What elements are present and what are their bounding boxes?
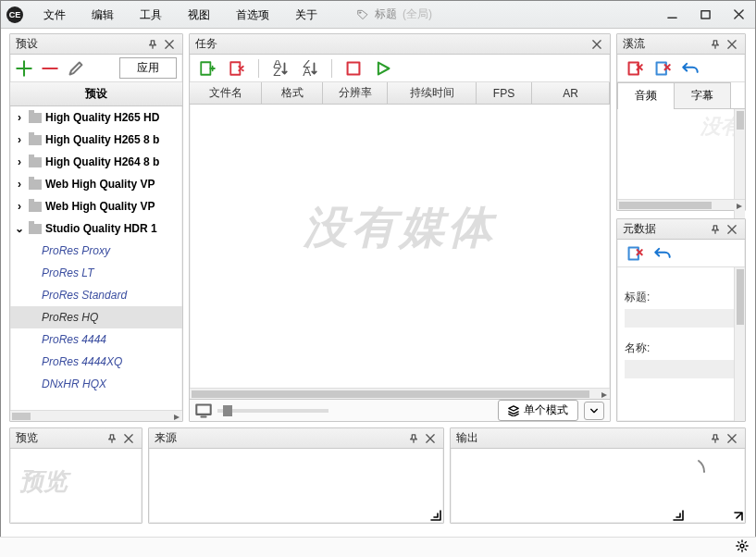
tab-subtitle[interactable]: 字幕 (674, 82, 731, 108)
presets-column-header: 预设 (10, 82, 182, 106)
preset-folder[interactable]: ›High Quality H264 8 b (10, 151, 182, 173)
mode-dropdown[interactable] (584, 402, 604, 420)
resize-grip-icon[interactable] (430, 510, 441, 521)
preset-item[interactable]: DNxHR HQX (10, 373, 182, 395)
close-icon[interactable] (725, 222, 739, 237)
tag-icon (356, 8, 369, 21)
layers-icon (508, 405, 519, 416)
preset-tree[interactable]: ›High Quality H265 HD›High Quality H265 … (10, 106, 182, 430)
svg-rect-9 (196, 404, 210, 414)
pin-icon[interactable] (708, 222, 723, 237)
app-logo: CE (6, 6, 23, 23)
close-icon[interactable] (725, 431, 739, 446)
close-icon[interactable] (423, 431, 438, 446)
svg-rect-1 (700, 11, 709, 19)
mode-selector[interactable]: 单个模式 (498, 400, 578, 421)
preset-folder[interactable]: ›High Quality H265 HD (10, 106, 182, 129)
preset-item[interactable]: ProRes 4444XQ (10, 351, 182, 373)
output-title: 输出 (456, 430, 706, 446)
meta-name-label: 名称: (625, 340, 737, 356)
clear-stream-icon[interactable] (654, 60, 671, 77)
col-format[interactable]: 格式 (262, 82, 323, 104)
add-file-icon[interactable] (199, 60, 216, 77)
window-close[interactable] (722, 1, 755, 29)
source-panel: 来源 (148, 427, 444, 524)
preset-folder[interactable]: ›High Quality H265 8 b (10, 129, 182, 151)
delete-meta-icon[interactable] (626, 245, 643, 262)
col-fps[interactable]: FPS (477, 82, 532, 104)
apply-button[interactable]: 应用 (119, 57, 177, 79)
edit-icon[interactable] (68, 60, 84, 77)
undo-icon[interactable] (682, 60, 699, 77)
monitor-icon[interactable] (195, 402, 212, 419)
preset-item[interactable]: ProRes HQ (10, 306, 182, 328)
menu-prefs[interactable]: 首选项 (223, 1, 282, 29)
pin-icon[interactable] (708, 431, 723, 446)
menu-view[interactable]: 视图 (175, 1, 223, 29)
meta-name-value[interactable] (625, 360, 737, 378)
h-scrollbar[interactable]: ▸ (190, 388, 610, 399)
progress-arc-icon (675, 456, 706, 490)
h-scrollbar[interactable]: ▸ (617, 199, 745, 210)
col-resolution[interactable]: 分辨率 (323, 82, 388, 104)
play-icon[interactable] (375, 60, 391, 77)
tab-audio[interactable]: 音频 (617, 82, 675, 108)
preset-folder[interactable]: ⌄Studio Quality HDR 1 (10, 217, 182, 240)
v-scrollbar[interactable] (734, 267, 745, 421)
remove-file-icon[interactable] (229, 60, 245, 77)
close-icon[interactable] (725, 37, 739, 52)
tag-scope: (全局) (403, 6, 432, 22)
output-panel: 输出 (450, 427, 746, 524)
preset-item[interactable]: ProRes LT (10, 262, 182, 284)
metadata-title: 元数据 (623, 221, 706, 237)
settings-gear-icon[interactable] (736, 539, 749, 555)
resize-grip-icon[interactable] (673, 510, 684, 521)
col-filename[interactable]: 文件名 (190, 82, 262, 104)
menu-bar: 文件 编辑 工具 视图 首选项 关于 (31, 1, 330, 29)
remove-icon[interactable] (42, 60, 58, 77)
tasks-title: 任务 (195, 36, 588, 52)
streams-panel: 溪流 音频 字幕 没有 ▸ (616, 33, 746, 211)
presets-title: 预设 (16, 36, 143, 52)
menu-edit[interactable]: 编辑 (79, 1, 127, 29)
preset-item[interactable]: ProRes Standard (10, 284, 182, 306)
preset-folder[interactable]: ›Web High Quality VP (10, 195, 182, 217)
pin-icon[interactable] (105, 431, 119, 446)
col-ar[interactable]: AR (532, 82, 610, 104)
streams-title: 溪流 (623, 36, 706, 52)
sort-desc-icon[interactable]: ZA (302, 60, 318, 77)
metadata-panel: 元数据 标题: 名称: (616, 218, 746, 422)
window-maximize[interactable] (688, 1, 722, 29)
svg-rect-8 (348, 62, 360, 74)
zoom-slider[interactable] (217, 409, 328, 413)
pin-icon[interactable] (145, 37, 160, 52)
close-icon[interactable] (121, 431, 136, 446)
add-icon[interactable] (16, 60, 32, 77)
undo-icon[interactable] (654, 245, 671, 262)
meta-title-value[interactable] (625, 309, 737, 328)
window-minimize[interactable] (655, 1, 688, 29)
no-media-watermark: 没有媒体 (304, 198, 496, 257)
menu-about[interactable]: 关于 (282, 1, 330, 29)
close-icon[interactable] (589, 37, 604, 52)
svg-rect-3 (230, 62, 240, 75)
delete-stream-icon[interactable] (626, 60, 643, 77)
presets-panel: 预设 应用 预设 ›High Quality H265 HD›High Qual… (9, 33, 183, 422)
tag-field[interactable]: 标题 (全局) (356, 6, 655, 22)
stop-icon[interactable] (345, 60, 362, 77)
preset-item[interactable]: ProRes 4444 (10, 328, 182, 351)
svg-point-0 (359, 11, 361, 13)
popout-icon[interactable] (732, 510, 743, 521)
pin-icon[interactable] (708, 37, 723, 52)
task-table-header: 文件名 格式 分辨率 持续时间 FPS AR (190, 82, 610, 105)
col-duration[interactable]: 持续时间 (388, 82, 477, 104)
menu-tools[interactable]: 工具 (127, 1, 175, 29)
status-bar (0, 537, 756, 557)
sort-asc-icon[interactable]: AZ (272, 60, 289, 77)
menu-file[interactable]: 文件 (31, 1, 79, 29)
h-scrollbar[interactable]: ▸ (10, 410, 182, 421)
preset-item[interactable]: ProRes Proxy (10, 240, 182, 262)
close-icon[interactable] (162, 37, 177, 52)
preset-folder[interactable]: ›Web High Quality VP (10, 173, 182, 195)
pin-icon[interactable] (406, 431, 421, 446)
